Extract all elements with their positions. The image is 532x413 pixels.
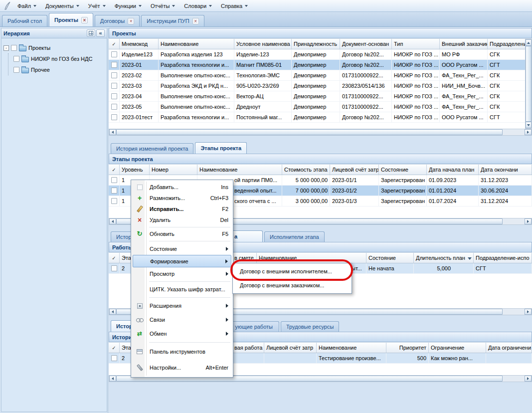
select-all-column-header[interactable] xyxy=(109,253,120,263)
row-checkbox[interactable] xyxy=(111,62,117,68)
tree-checkbox[interactable] xyxy=(13,56,19,62)
column-header-type[interactable]: Тип xyxy=(392,39,440,49)
column-header-name[interactable]: Наименование xyxy=(197,165,282,175)
column-header-cost-account[interactable]: Лицевой счёт затрат. xyxy=(330,165,379,175)
menu-item-settings[interactable]: Настройки...Alt+Enter xyxy=(133,360,231,376)
column-header-name[interactable]: Наименование xyxy=(159,39,234,49)
menu-item-citk-cost-code[interactable]: ЦИТК. Указать шифр затрат... xyxy=(133,283,231,296)
scrollbar-thumb[interactable] xyxy=(116,129,503,135)
menu-item-contract-external-customer[interactable]: Договор с внешним заказчиком... xyxy=(234,278,351,292)
menu-item-contract-external-executor[interactable]: Договор с внешним исполнителем... xyxy=(234,264,351,278)
tab-desktop[interactable]: Рабочий стол xyxy=(2,15,47,26)
table-row[interactable]: 2023-01тест Разработка технологии и... П… xyxy=(109,112,532,123)
column-header-plan-end[interactable]: Дата окончани xyxy=(479,165,532,175)
collapse-panel-button[interactable] xyxy=(96,29,105,37)
scroll-right-arrow[interactable] xyxy=(525,218,532,224)
menu-item-file[interactable]: Файл xyxy=(13,1,41,10)
row-checkbox[interactable] xyxy=(111,177,117,183)
scroll-down-arrow[interactable] xyxy=(526,122,532,128)
tab-projects[interactable]: Проекты xyxy=(49,13,93,26)
row-checkbox[interactable] xyxy=(111,198,117,204)
menu-item-accounting[interactable]: Учёт xyxy=(84,1,110,10)
table-row[interactable]: 2023-05 Выполнение опытно-конс... Дредно… xyxy=(109,102,532,112)
row-checkbox[interactable] xyxy=(111,51,117,57)
table-row[interactable]: 2023-02 Выполнение опытно-конс... Технол… xyxy=(109,70,532,81)
menu-item-exchange[interactable]: Обмен xyxy=(133,327,231,341)
row-checkbox-cell xyxy=(109,196,120,206)
row-checkbox[interactable] xyxy=(111,83,117,89)
column-header-external-customer[interactable]: Внешний заказчик xyxy=(440,39,488,49)
menu-item-edit[interactable]: Исправить...F2 xyxy=(133,204,231,214)
scroll-up-arrow[interactable] xyxy=(526,39,532,46)
scroll-left-arrow[interactable] xyxy=(109,309,116,315)
menu-item-documents[interactable]: Документы xyxy=(41,1,84,10)
select-all-column-header[interactable] xyxy=(109,165,120,175)
scroll-left-arrow[interactable] xyxy=(109,129,116,135)
table-row-selected[interactable]: 2023-01 Разработка технологии и... Магни… xyxy=(109,60,532,70)
column-header-name[interactable]: Наименование xyxy=(257,253,366,263)
row-checkbox[interactable] xyxy=(111,265,117,271)
column-header-level[interactable]: Уровень xyxy=(120,165,150,175)
tree-checkbox[interactable] xyxy=(11,45,17,51)
menu-item-toolbar[interactable]: Панель инструментов xyxy=(133,344,231,360)
menu-item-duplicate[interactable]: Размножить...Ctrl+F3 xyxy=(133,193,231,204)
column-header-restriction[interactable]: Ограничение xyxy=(429,343,486,353)
row-checkbox[interactable] xyxy=(111,355,117,361)
tab-labor-resources[interactable]: Трудовые ресурсы xyxy=(281,321,339,332)
row-checkbox[interactable] xyxy=(111,72,117,78)
table-row[interactable]: 2023-04 Выполнение опытно-конс... Вектор… xyxy=(109,91,532,102)
row-checkbox[interactable] xyxy=(111,93,117,99)
tree-checkbox[interactable] xyxy=(13,67,19,73)
tree-item-niokr-goz[interactable]: НИОКР по ГОЗ без НДС xyxy=(13,53,105,64)
column-header-name[interactable]: Наименование xyxy=(317,343,386,353)
column-header-in-estimate[interactable]: в смете xyxy=(229,253,257,263)
column-header-state[interactable]: Состояние xyxy=(366,253,414,263)
tree-item-other[interactable]: Прочее xyxy=(13,64,105,75)
column-header-cost-account[interactable]: Лицевой счёт затр xyxy=(264,343,317,353)
tab-project-history[interactable]: История изменений проекта xyxy=(111,143,193,154)
cell: Зарегистрирован xyxy=(379,196,427,206)
column-header-code-name[interactable]: Условное наименова xyxy=(234,39,292,49)
tab-project-stages[interactable]: Этапы проекта xyxy=(195,142,247,154)
column-header-stage-cost[interactable]: Стоимость этапа xyxy=(282,165,330,175)
menu-item-delete[interactable]: УдалитьDel xyxy=(133,214,231,225)
menu-item-formation[interactable]: Формирование xyxy=(133,255,231,267)
column-header-duration-plan[interactable]: Длительность план xyxy=(414,253,474,263)
menu-item-view[interactable]: Просмотр xyxy=(133,267,231,280)
tree-expander-icon[interactable] xyxy=(3,45,9,51)
column-header-belonging[interactable]: Принадлежность xyxy=(292,39,340,49)
column-header-state[interactable]: Состояние xyxy=(379,165,427,175)
tab-stage-executors[interactable]: Исполнители этапа xyxy=(264,231,325,242)
select-all-column-header[interactable] xyxy=(109,39,120,49)
column-header-plan-start[interactable]: Дата начала план xyxy=(427,165,479,175)
menu-item-links[interactable]: Связи xyxy=(133,313,231,327)
tree-item-projects[interactable]: Проекты xyxy=(3,42,105,53)
scroll-right-arrow[interactable] xyxy=(525,309,532,315)
menu-item-state[interactable]: Состояние xyxy=(133,242,231,255)
select-all-column-header[interactable] xyxy=(109,343,120,353)
menu-item-refresh[interactable]: ОбновитьF5 xyxy=(133,228,231,239)
menu-item-add[interactable]: Добавить...Ins xyxy=(133,182,231,193)
row-checkbox[interactable] xyxy=(111,188,117,194)
column-header-priority[interactable]: Приоритет xyxy=(386,343,429,353)
table-row[interactable]: 2023-03 Разработка ЭКД и РКД н... 905-U0… xyxy=(109,81,532,91)
scroll-right-arrow[interactable] xyxy=(525,376,532,382)
field-chooser-button[interactable] xyxy=(87,29,95,37)
scroll-left-arrow[interactable] xyxy=(109,376,116,382)
table-row[interactable]: Изделие123 Разработка изделия 123 Издели… xyxy=(109,49,532,60)
projects-horizontal-scrollbar[interactable] xyxy=(109,129,532,136)
scroll-right-arrow[interactable] xyxy=(525,129,532,135)
column-header-executor-subdivision[interactable]: Подразделение-испо xyxy=(474,253,532,263)
column-header-number[interactable]: Номер xyxy=(150,165,197,175)
row-checkbox[interactable] xyxy=(111,104,117,110)
scroll-left-arrow[interactable] xyxy=(109,218,116,224)
column-header-mnemocode[interactable]: Мнемокод xyxy=(120,39,159,49)
column-header-restriction-date[interactable]: Дата ограничени xyxy=(486,343,532,353)
projects-vertical-scrollbar[interactable] xyxy=(525,39,532,129)
column-header-preceding-work[interactable]: вая работа xyxy=(229,343,264,353)
column-header-base-document[interactable]: Документ-основан xyxy=(340,39,392,49)
menu-item-extensions[interactable]: Расширения xyxy=(133,299,231,313)
scrollbar-thumb[interactable] xyxy=(526,46,532,122)
row-checkbox[interactable] xyxy=(111,114,117,120)
close-icon[interactable] xyxy=(81,17,88,23)
